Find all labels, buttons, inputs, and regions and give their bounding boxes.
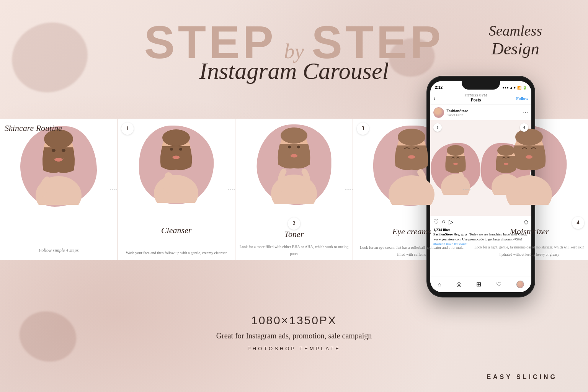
svg-point-20 (389, 175, 434, 205)
person-svg-1 (141, 122, 212, 203)
svg-point-28 (441, 174, 470, 195)
easy-slicing-text: EASY SLICING (487, 374, 557, 381)
svg-point-3 (52, 149, 56, 152)
comment-icon[interactable]: ○ (442, 218, 446, 225)
phone-profile-row: FashionStore Planet Earth ··· (430, 105, 531, 120)
phone-actions-row: ♡ ○ ▷ ◇ (430, 216, 531, 228)
panel-2-title: Toner (235, 229, 353, 239)
svg-point-17 (297, 146, 300, 149)
home-nav-icon[interactable]: ⌂ (438, 281, 441, 288)
svg-point-11 (173, 156, 180, 159)
connector-2 (345, 189, 353, 190)
share-icon[interactable]: ▷ (449, 218, 453, 225)
phone-action-icons-left: ♡ ○ ▷ (433, 218, 453, 225)
profile-location: Planet Earth (446, 113, 523, 117)
dimensions-text: 1080×1350PX (11, 314, 577, 327)
profile-nav-icon[interactable] (516, 281, 524, 288)
intro-title: Skincare Routine (5, 123, 62, 133)
intro-subtitle: Follow simple 4 steps (0, 247, 117, 253)
bookmark-icon[interactable]: ◇ (524, 218, 528, 225)
profile-avatar (433, 107, 444, 118)
fitness-gym-label: FITNESS GYM (435, 93, 516, 97)
panel-3-desc: Look for an eye cream that has a rollerb… (356, 243, 467, 257)
phone-signals: ●●● ▲▼ 📶 🔋 (502, 86, 527, 90)
phone-nav-header: ‹ FITNESS GYM Posts Follow (430, 92, 531, 105)
person-svg-0 (22, 124, 95, 205)
svg-point-12 (165, 172, 172, 180)
follow-button[interactable]: Follow (516, 96, 528, 101)
promo-text: Great for Instagram ads, promotion, sale… (11, 332, 577, 340)
phone-person-3 (434, 141, 477, 195)
template-type: PHOTOSHOP TEMPLATE (11, 346, 577, 351)
carousel-panel-1: 1 Cleanser Wash your face and then follo… (118, 119, 235, 260)
panel-1-desc: Wash your face and then follow up with a… (121, 249, 232, 256)
panel-2-desc: Look for a toner filled with either BHA … (238, 243, 350, 256)
panel-4-desc: Look for a light, gentle, hyaluronic-bas… (474, 243, 585, 257)
svg-point-22 (408, 155, 415, 159)
panel-3-title: Eye creams (353, 227, 470, 237)
phone-person-4 (485, 141, 527, 195)
svg-point-21 (398, 129, 425, 145)
header-section: STEP by STEP Instagram Carousel (38, 19, 550, 85)
phone-bottom-nav: ⌂ ◎ ⊞ ♡ (430, 276, 531, 292)
connector-0 (110, 189, 118, 190)
svg-point-15 (281, 127, 307, 144)
search-nav-icon[interactable]: ◎ (456, 281, 462, 288)
connector-3 (463, 189, 471, 190)
step-badge-1: 1 (121, 122, 134, 135)
svg-point-4 (62, 149, 65, 152)
panel-4-title: Moisturizer (471, 227, 588, 237)
connector-1 (228, 189, 235, 190)
svg-point-33 (497, 145, 515, 156)
profile-info: FashionStore Planet Earth (446, 109, 523, 117)
svg-point-18 (291, 154, 297, 158)
phone-step-3-badge: 3 (433, 123, 442, 132)
phone-nav-text: FITNESS GYM Posts (435, 93, 516, 103)
step-badge-2: 2 (288, 217, 300, 230)
svg-point-10 (179, 148, 182, 151)
carousel-panel-2: 2 Toner Look for a toner filled with eit… (235, 119, 353, 260)
svg-point-30 (453, 163, 458, 165)
svg-point-29 (447, 145, 464, 156)
svg-point-34 (504, 163, 508, 165)
more-options-icon[interactable]: ··· (523, 109, 529, 116)
svg-point-32 (492, 174, 521, 195)
bottom-left-text: 1080×1350PX Great for Instagram ads, pro… (0, 302, 588, 363)
svg-point-8 (162, 129, 190, 146)
seamless-design-text: Seamless Design (489, 23, 542, 59)
carousel-panel-intro: Skincare Routine Follow simple 4 steps (0, 119, 118, 260)
add-nav-icon[interactable]: ⊞ (476, 281, 481, 288)
svg-point-5 (55, 158, 62, 162)
phone-step-4-badge: 4 (520, 123, 528, 132)
svg-point-7 (154, 175, 198, 203)
phone-time: 2:12 (435, 85, 443, 90)
heart-icon[interactable]: ♡ (433, 218, 439, 225)
panel-1-title: Cleanser (118, 225, 235, 235)
phone-screen: 2:12 ●●● ▲▼ 📶 🔋 ‹ FITNESS GYM Posts Foll… (430, 81, 531, 292)
profile-name: FashionStore (446, 109, 523, 113)
step-badge-3: 3 (357, 122, 369, 135)
person-svg-2 (259, 122, 330, 204)
phone-outer: 2:12 ●●● ▲▼ 📶 🔋 ‹ FITNESS GYM Posts Foll… (427, 77, 534, 297)
phone-notch (462, 81, 500, 90)
svg-point-9 (170, 148, 173, 151)
heart-nav-icon[interactable]: ♡ (496, 281, 501, 288)
posts-label: Posts (435, 97, 516, 103)
phone-mockup: 2:12 ●●● ▲▼ 📶 🔋 ‹ FITNESS GYM Posts Foll… (427, 77, 534, 299)
svg-point-16 (288, 146, 291, 149)
